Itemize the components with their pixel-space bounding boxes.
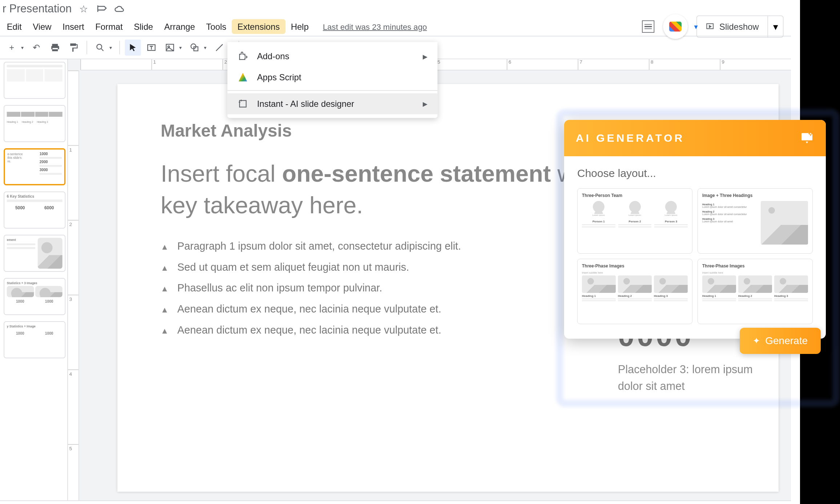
star-icon[interactable]: ☆ xyxy=(79,3,91,15)
slide-thumbnails[interactable]: Heading 1Heading 2Heading 3 e-sentence t… xyxy=(0,59,68,504)
undo-icon[interactable]: ↶ xyxy=(28,40,44,56)
image-placeholder-icon xyxy=(774,275,808,293)
last-edit-link[interactable]: Last edit was 23 minutes ago xyxy=(323,22,427,31)
image-placeholder-icon xyxy=(618,275,652,293)
puzzle-icon xyxy=(237,51,249,62)
bullet-icon: ▲ xyxy=(161,284,169,293)
meet-button[interactable]: ▼ xyxy=(663,14,688,39)
image-placeholder-icon xyxy=(582,275,616,293)
ai-generator-panel: AI GENERATOR Choose layout... Three-Pers… xyxy=(564,120,826,339)
instant-icon xyxy=(237,98,249,109)
ruler-vertical: 12345 xyxy=(68,70,79,504)
image-icon[interactable] xyxy=(162,40,178,56)
dd-instant[interactable]: Instant - AI slide designer ▶ xyxy=(228,93,438,114)
slide-placeholder-text: Placeholder 3: lorem ipsum dolor sit ame… xyxy=(618,362,779,395)
apps-script-icon xyxy=(237,72,249,83)
layout-three-phase-2[interactable]: Three-Phase Images Insert subtitle here … xyxy=(698,259,813,324)
image-placeholder-icon xyxy=(738,275,772,293)
document-title[interactable]: r Presentation xyxy=(3,2,72,15)
image-placeholder-icon xyxy=(702,275,736,293)
image-placeholder-icon xyxy=(761,201,808,245)
sparkle-icon: ✦ xyxy=(753,336,760,346)
bullet-icon: ▲ xyxy=(161,326,169,335)
image-placeholder-icon xyxy=(654,275,688,293)
paint-format-icon[interactable] xyxy=(65,40,81,56)
menu-slide[interactable]: Slide xyxy=(128,19,159,34)
layout-image-headings[interactable]: Image + Three Headings Heading 1Lorem ip… xyxy=(698,188,813,254)
slideshow-button[interactable]: Slideshow ▾ xyxy=(696,16,783,38)
comment-history-icon[interactable] xyxy=(642,20,655,33)
footer: ‹ xyxy=(0,500,791,504)
submenu-arrow-icon: ▶ xyxy=(423,100,428,107)
dd-addons[interactable]: Add-ons ▶ xyxy=(228,46,438,67)
dd-apps-script[interactable]: Apps Script xyxy=(228,67,438,88)
new-slide-icon[interactable]: + xyxy=(4,40,20,56)
menu-view[interactable]: View xyxy=(27,19,57,34)
thumbnail-3img[interactable]: Statistics + 3 Images 10001000 xyxy=(4,278,65,315)
menu-tools[interactable]: Tools xyxy=(201,19,232,34)
layout-three-person[interactable]: Three-Person Team Lorem ipsumPerson 1 Lo… xyxy=(577,188,692,254)
svg-point-1 xyxy=(97,44,102,49)
ai-panel-header: AI GENERATOR xyxy=(564,120,826,156)
svg-point-5 xyxy=(191,44,196,49)
bullet-icon: ▲ xyxy=(161,263,169,273)
layout-three-phase-1[interactable]: Three-Phase Images Insert subtitle here … xyxy=(577,259,692,324)
textbox-icon[interactable] xyxy=(143,40,159,56)
svg-rect-7 xyxy=(240,101,246,107)
slideshow-dropdown[interactable]: ▾ xyxy=(768,16,783,37)
ai-logo-icon xyxy=(800,130,814,146)
slideshow-label: Slideshow xyxy=(719,22,759,32)
avatar-icon xyxy=(593,201,604,213)
menu-edit[interactable]: Edit xyxy=(1,19,27,34)
bullet-icon: ▲ xyxy=(161,305,169,314)
thumbnail-active[interactable]: e-sentence this slide's re. 1000 2000 30… xyxy=(4,148,65,185)
menu-extensions[interactable]: Extensions xyxy=(232,19,285,34)
menu-insert[interactable]: Insert xyxy=(57,19,90,34)
submenu-arrow-icon: ▶ xyxy=(423,53,428,60)
menu-bar: Edit View Insert Format Slide Arrange To… xyxy=(0,17,791,36)
move-icon[interactable] xyxy=(96,3,108,15)
generate-button[interactable]: ✦ Generate xyxy=(740,328,821,354)
thumbnail-stats[interactable]: 6 Key Statistics 50006000 xyxy=(4,191,65,229)
choose-layout-label: Choose layout... xyxy=(577,167,813,180)
zoom-icon[interactable] xyxy=(92,40,108,56)
print-icon[interactable] xyxy=(47,40,63,56)
menu-arrange[interactable]: Arrange xyxy=(158,19,200,34)
thumbnail-1[interactable] xyxy=(4,62,65,99)
bullet-icon: ▲ xyxy=(161,242,169,251)
avatar-icon xyxy=(665,201,677,213)
cloud-icon[interactable] xyxy=(114,3,125,15)
shape-icon[interactable] xyxy=(186,40,202,56)
ai-panel-title: AI GENERATOR xyxy=(576,132,684,144)
line-icon[interactable] xyxy=(211,40,227,56)
thumbnail-arrows[interactable]: Heading 1Heading 2Heading 3 xyxy=(4,105,65,142)
thumbnail-img[interactable]: ement xyxy=(4,235,65,272)
select-icon[interactable] xyxy=(125,40,141,56)
menu-format[interactable]: Format xyxy=(90,19,128,34)
thumbnail-statimg[interactable]: y Statistics + Image 10001000 xyxy=(4,321,65,358)
avatar-icon xyxy=(629,201,641,213)
menu-help[interactable]: Help xyxy=(285,19,314,34)
extensions-dropdown: Add-ons ▶ Apps Script Instant - AI slide… xyxy=(228,42,438,118)
